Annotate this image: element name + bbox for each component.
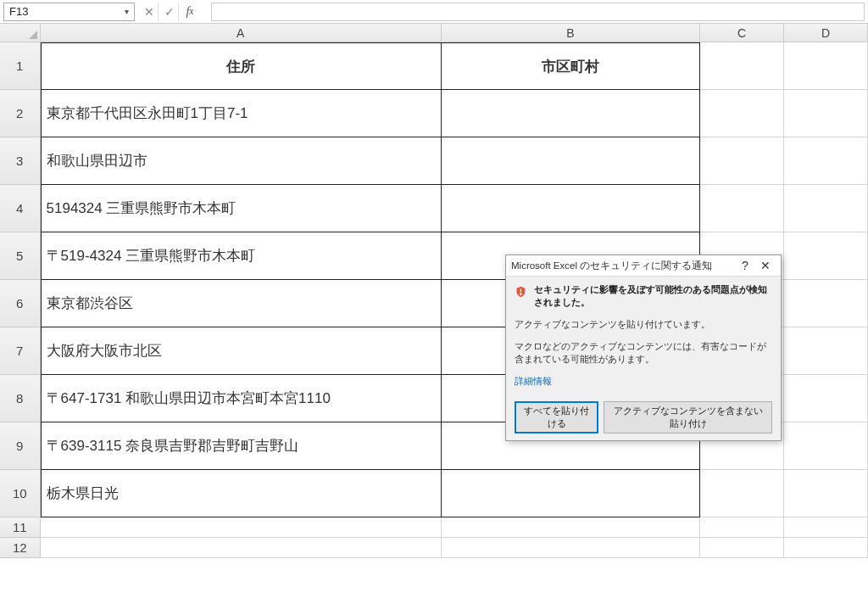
column-header-C[interactable]: C bbox=[700, 24, 784, 42]
table-row: 12 bbox=[0, 538, 868, 558]
cell-A[interactable]: 5194324 三重県熊野市木本町 bbox=[41, 185, 442, 232]
cell-C[interactable] bbox=[700, 137, 784, 185]
cell-A[interactable]: 東京都千代田区永田町1丁目7-1 bbox=[41, 90, 442, 137]
dialog-titlebar[interactable]: Microsoft Excel のセキュリティに関する通知 ? ✕ bbox=[506, 255, 781, 277]
row-header[interactable]: 6 bbox=[0, 280, 41, 327]
table-row: 1住所市区町村 bbox=[0, 42, 868, 90]
cell-A[interactable]: 〒519-4324 三重県熊野市木本町 bbox=[41, 232, 442, 280]
security-dialog: Microsoft Excel のセキュリティに関する通知 ? ✕ セキュリティ… bbox=[505, 254, 782, 441]
cell-D[interactable] bbox=[784, 538, 868, 558]
cell-A[interactable]: 住所 bbox=[41, 42, 442, 90]
cell-D[interactable] bbox=[784, 422, 868, 470]
cell-C[interactable] bbox=[700, 538, 784, 558]
cell-C[interactable] bbox=[700, 90, 784, 137]
cell-B[interactable] bbox=[442, 90, 700, 137]
cell-B[interactable] bbox=[442, 137, 700, 185]
row-header[interactable]: 5 bbox=[0, 232, 41, 280]
name-box[interactable]: F13 ▾ bbox=[3, 3, 135, 21]
table-row: 2東京都千代田区永田町1丁目7-1 bbox=[0, 90, 868, 137]
cell-D[interactable] bbox=[784, 232, 868, 280]
table-row: 3和歌山県田辺市 bbox=[0, 137, 868, 185]
cell-C[interactable] bbox=[700, 185, 784, 232]
row-header[interactable]: 7 bbox=[0, 327, 41, 375]
row-header[interactable]: 11 bbox=[0, 517, 41, 538]
cell-A[interactable]: 〒639-3115 奈良県吉野郡吉野町吉野山 bbox=[41, 422, 442, 470]
table-row: 45194324 三重県熊野市木本町 bbox=[0, 185, 868, 232]
cell-A[interactable] bbox=[41, 517, 442, 538]
column-header-D[interactable]: D bbox=[784, 24, 868, 42]
cell-C[interactable] bbox=[700, 42, 784, 90]
dialog-line2: マクロなどのアクティブなコンテンツには、有害なコードが含まれている可能性がありま… bbox=[515, 340, 772, 367]
dialog-title: Microsoft Excel のセキュリティに関する通知 bbox=[511, 260, 735, 272]
dialog-details-link[interactable]: 詳細情報 bbox=[515, 375, 552, 388]
cell-B[interactable] bbox=[442, 185, 700, 232]
dialog-line1: アクティブなコンテンツを貼り付けています。 bbox=[515, 318, 772, 332]
row-header[interactable]: 9 bbox=[0, 422, 41, 470]
row-header[interactable]: 4 bbox=[0, 185, 41, 232]
cell-B[interactable] bbox=[442, 517, 700, 538]
cell-A[interactable]: 和歌山県田辺市 bbox=[41, 137, 442, 185]
column-header-B[interactable]: B bbox=[442, 24, 700, 42]
row-header[interactable]: 8 bbox=[0, 375, 41, 422]
close-icon[interactable]: ✕ bbox=[755, 259, 776, 272]
chevron-down-icon[interactable]: ▾ bbox=[125, 7, 129, 16]
table-row: 11 bbox=[0, 517, 868, 538]
row-header[interactable]: 12 bbox=[0, 538, 41, 558]
cell-B[interactable] bbox=[442, 470, 700, 517]
paste-all-button[interactable]: すべてを貼り付ける bbox=[515, 401, 598, 433]
paste-without-active-button[interactable]: アクティブなコンテンツを含まない貼り付け bbox=[604, 401, 772, 433]
row-header[interactable]: 3 bbox=[0, 137, 41, 185]
cancel-icon[interactable]: ✕ bbox=[140, 3, 159, 21]
cell-A[interactable]: 東京都渋谷区 bbox=[41, 280, 442, 327]
cell-A[interactable]: 栃木県日光 bbox=[41, 470, 442, 517]
formula-bar: F13 ▾ ✕ ✓ fx bbox=[0, 0, 868, 24]
cell-D[interactable] bbox=[784, 90, 868, 137]
cell-D[interactable] bbox=[784, 517, 868, 538]
cell-A[interactable] bbox=[41, 538, 442, 558]
row-header[interactable]: 10 bbox=[0, 470, 41, 517]
select-all-corner[interactable] bbox=[0, 24, 41, 42]
cell-D[interactable] bbox=[784, 137, 868, 185]
cell-B[interactable] bbox=[442, 538, 700, 558]
cell-D[interactable] bbox=[784, 375, 868, 422]
shield-icon bbox=[515, 283, 527, 300]
formula-input[interactable] bbox=[211, 3, 865, 21]
cell-A[interactable]: 大阪府大阪市北区 bbox=[41, 327, 442, 375]
cell-D[interactable] bbox=[784, 470, 868, 517]
cell-D[interactable] bbox=[784, 185, 868, 232]
dialog-warning: セキュリティに影響を及ぼす可能性のある問題点が検知されました。 bbox=[534, 283, 772, 310]
row-header[interactable]: 1 bbox=[0, 42, 41, 90]
row-header[interactable]: 2 bbox=[0, 90, 41, 137]
cell-C[interactable] bbox=[700, 517, 784, 538]
cell-D[interactable] bbox=[784, 280, 868, 327]
table-row: 10栃木県日光 bbox=[0, 470, 868, 517]
formula-buttons: ✕ ✓ fx bbox=[140, 3, 199, 21]
accept-icon[interactable]: ✓ bbox=[160, 3, 179, 21]
fx-icon[interactable]: fx bbox=[181, 3, 199, 21]
cell-C[interactable] bbox=[700, 470, 784, 517]
column-headers: A B C D bbox=[0, 24, 868, 42]
cell-A[interactable]: 〒647-1731 和歌山県田辺市本宮町本宮1110 bbox=[41, 375, 442, 422]
help-icon[interactable]: ? bbox=[735, 259, 755, 272]
cell-D[interactable] bbox=[784, 42, 868, 90]
cell-D[interactable] bbox=[784, 327, 868, 375]
cell-B[interactable]: 市区町村 bbox=[442, 42, 700, 90]
name-box-value: F13 bbox=[9, 5, 125, 18]
column-header-A[interactable]: A bbox=[41, 24, 442, 42]
